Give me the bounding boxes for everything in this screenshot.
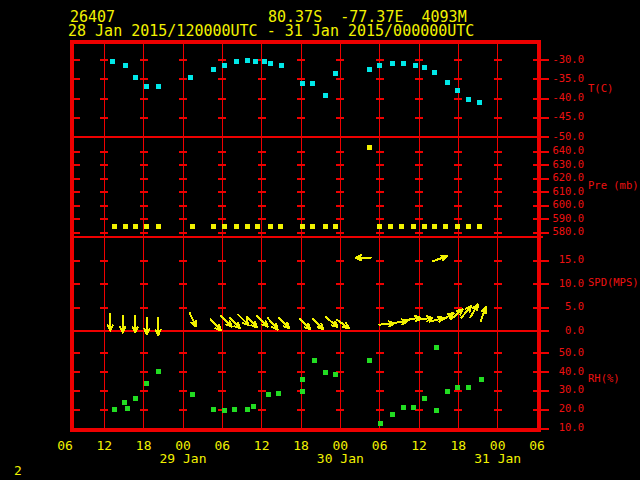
data-point-temperature [477, 100, 482, 105]
data-point-temperature [188, 75, 193, 80]
data-point-relative-humidity [251, 404, 256, 409]
y-tick-label-wind-speed: 15.0 [559, 254, 584, 266]
data-point-relative-humidity [434, 345, 439, 350]
data-point-pressure [422, 224, 427, 229]
wind-arrow [211, 319, 221, 330]
data-point-pressure [123, 224, 128, 229]
x-axis-label: 12 [97, 439, 113, 453]
data-point-temperature [455, 88, 460, 93]
data-point-temperature [413, 63, 418, 68]
data-point-pressure [455, 224, 460, 229]
data-point-pressure [255, 224, 260, 229]
meteogram-screen: 26407 80.37S -77.37E 4093M 28 Jan 2015/1… [0, 0, 640, 480]
wind-arrow [313, 319, 324, 330]
y-tick-label-relative-humidity: 30.0 [559, 384, 584, 396]
y-tick-label-pressure: 630.0 [552, 159, 584, 171]
data-point-temperature [234, 59, 239, 64]
data-point-pressure [156, 224, 161, 229]
data-point-temperature [466, 97, 471, 102]
data-point-relative-humidity [390, 412, 395, 417]
y-tick-label-pressure: 580.0 [552, 226, 584, 238]
data-point-relative-humidity [455, 385, 460, 390]
x-axis-label: 06 [57, 439, 73, 453]
y-tick-label-temperature: -50.0 [552, 131, 584, 143]
data-point-pressure [377, 224, 382, 229]
data-point-temperature [377, 63, 382, 68]
wind-arrow [279, 318, 290, 329]
x-axis-date-label: 31 Jan [474, 452, 521, 466]
wind-arrow [356, 255, 371, 260]
wind-arrow [133, 315, 138, 332]
data-point-temperature [333, 71, 338, 76]
y-tick-label-relative-humidity: 40.0 [559, 366, 584, 378]
x-axis-date-label: 30 Jan [317, 452, 364, 466]
data-point-temperature [445, 80, 450, 85]
data-point-pressure [323, 224, 328, 229]
data-point-pressure [333, 224, 338, 229]
y-tick-label-pressure: 610.0 [552, 186, 584, 198]
data-point-pressure [112, 224, 117, 229]
data-point-relative-humidity [232, 407, 237, 412]
data-point-pressure [222, 224, 227, 229]
data-point-temperature [133, 75, 138, 80]
data-point-temperature [222, 63, 227, 68]
y-tick-label-pressure: 590.0 [552, 213, 584, 225]
data-point-temperature [211, 67, 216, 72]
x-axis-label: 06 [372, 439, 388, 453]
data-point-temperature [253, 59, 258, 64]
data-point-relative-humidity [125, 406, 130, 411]
y-tick-label-relative-humidity: 20.0 [559, 403, 584, 415]
data-point-pressure [278, 224, 283, 229]
y-tick-label-temperature: -30.0 [552, 54, 584, 66]
data-point-temperature [262, 59, 267, 64]
y-tick-label-temperature: -40.0 [552, 92, 584, 104]
data-point-temperature [422, 65, 427, 70]
data-point-pressure [144, 224, 149, 229]
data-point-pressure [411, 224, 416, 229]
wind-arrow [268, 318, 278, 329]
data-point-pressure [466, 224, 471, 229]
data-point-relative-humidity [122, 400, 127, 405]
data-point-pressure [367, 145, 372, 150]
data-point-relative-humidity [434, 408, 439, 413]
data-point-relative-humidity [445, 389, 450, 394]
y-axis-title-relative-humidity: RH(%) [588, 373, 620, 385]
y-tick-label-pressure: 600.0 [552, 199, 584, 211]
wind-arrow [120, 315, 125, 332]
data-point-pressure [190, 224, 195, 229]
y-tick-label-relative-humidity: 50.0 [559, 347, 584, 359]
data-point-temperature [367, 67, 372, 72]
data-point-pressure [268, 224, 273, 229]
data-point-relative-humidity [300, 377, 305, 382]
data-point-pressure [477, 224, 482, 229]
data-point-temperature [268, 61, 273, 66]
data-point-relative-humidity [211, 407, 216, 412]
y-tick-label-wind-speed: 10.0 [559, 278, 584, 290]
data-point-relative-humidity [323, 370, 328, 375]
data-point-temperature [110, 59, 115, 64]
data-point-temperature [401, 61, 406, 66]
wind-arrow [461, 306, 471, 317]
x-axis-label: 18 [451, 439, 467, 453]
data-point-relative-humidity [422, 396, 427, 401]
x-axis-label: 06 [215, 439, 231, 453]
wind-arrow [108, 314, 113, 331]
data-point-temperature [323, 93, 328, 98]
data-point-pressure [300, 224, 305, 229]
data-point-relative-humidity [333, 372, 338, 377]
data-point-pressure [432, 224, 437, 229]
page-number: 2 [14, 464, 22, 478]
data-point-temperature [390, 61, 395, 66]
x-axis-label: 18 [293, 439, 309, 453]
y-tick-label-temperature: -45.0 [552, 111, 584, 123]
y-axis-title-pressure: Pre (mb) [588, 180, 639, 192]
y-tick-label-pressure: 620.0 [552, 172, 584, 184]
data-point-relative-humidity [466, 385, 471, 390]
data-point-relative-humidity [479, 377, 484, 382]
data-point-relative-humidity [312, 358, 317, 363]
y-tick-label-wind-speed: 0.0 [565, 325, 584, 337]
data-point-relative-humidity [156, 369, 161, 374]
data-point-pressure [388, 224, 393, 229]
data-point-temperature [156, 84, 161, 89]
data-point-temperature [123, 63, 128, 68]
